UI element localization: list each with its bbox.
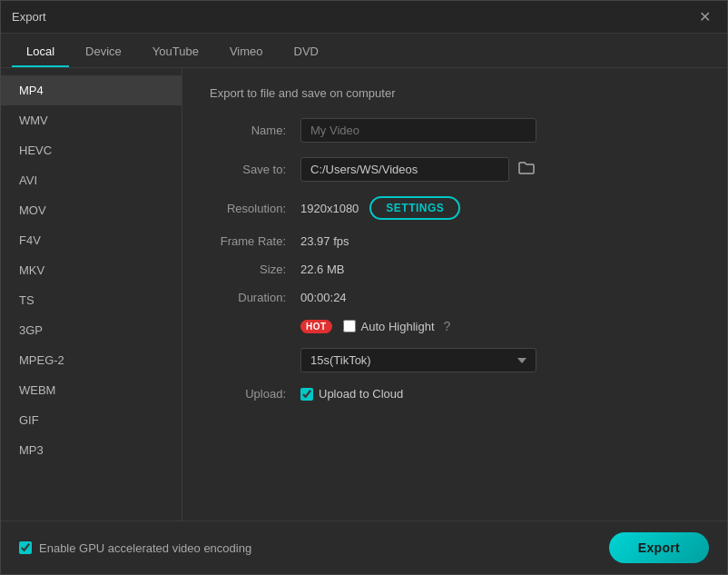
tiktok-dropdown-container: 15s(TikTok) 30s 60s Custom	[300, 348, 700, 372]
sidebar-item-3gp[interactable]: 3GP	[1, 315, 182, 345]
tiktok-dropdown[interactable]: 15s(TikTok) 30s 60s Custom	[300, 348, 536, 372]
export-dialog: Export ✕ Local Device YouTube Vimeo DVD …	[0, 0, 728, 575]
resolution-value: 1920x1080	[300, 202, 359, 215]
auto-highlight-label: Auto Highlight	[361, 320, 435, 333]
sidebar-item-gif[interactable]: GIF	[1, 405, 182, 435]
resolution-container: 1920x1080 SETTINGS	[300, 196, 460, 220]
sidebar-item-hevc[interactable]: HEVC	[1, 135, 182, 165]
sidebar-item-mkv[interactable]: MKV	[1, 255, 182, 285]
footer: Enable GPU accelerated video encoding Ex…	[1, 520, 727, 574]
gpu-checkbox-label[interactable]: Enable GPU accelerated video encoding	[19, 541, 251, 555]
sidebar-item-mov[interactable]: MOV	[1, 195, 182, 225]
name-input[interactable]	[300, 118, 536, 143]
name-row: Name:	[210, 118, 700, 143]
duration-label: Duration:	[210, 291, 300, 304]
title-bar: Export ✕	[1, 1, 727, 34]
help-icon[interactable]: ?	[444, 319, 451, 333]
upload-row: Upload: Upload to Cloud	[210, 387, 700, 401]
size-row: Size: 22.6 MB	[210, 263, 700, 276]
size-value: 22.6 MB	[300, 263, 344, 276]
main-form: Export to file and save on computer Name…	[182, 68, 727, 520]
content-area: MP4 WMV HEVC AVI MOV F4V MKV TS 3GP MPEG…	[1, 68, 727, 520]
export-button[interactable]: Export	[609, 532, 709, 563]
upload-to-cloud-text: Upload to Cloud	[319, 387, 403, 401]
size-label: Size:	[210, 263, 300, 276]
auto-highlight-container: HOT Auto Highlight ?	[300, 319, 450, 333]
save-to-container	[300, 157, 538, 182]
auto-highlight-row: HOT Auto Highlight ?	[210, 319, 700, 333]
sidebar-item-mpeg2[interactable]: MPEG-2	[1, 345, 182, 375]
sidebar-item-mp3[interactable]: MP3	[1, 435, 182, 465]
sidebar-item-webm[interactable]: WEBM	[1, 375, 182, 405]
sidebar-item-ts[interactable]: TS	[1, 285, 182, 315]
sidebar-item-mp4[interactable]: MP4	[1, 75, 182, 105]
duration-value: 00:00:24	[300, 291, 347, 304]
duration-row: Duration: 00:00:24	[210, 291, 700, 304]
tab-device[interactable]: Device	[71, 37, 136, 67]
sidebar-item-wmv[interactable]: WMV	[1, 105, 182, 135]
auto-highlight-checkbox-label[interactable]: Auto Highlight	[343, 320, 435, 333]
settings-button[interactable]: SETTINGS	[369, 196, 460, 220]
tab-vimeo[interactable]: Vimeo	[215, 37, 278, 67]
name-label: Name:	[210, 124, 300, 137]
upload-to-cloud-checkbox[interactable]	[300, 388, 313, 401]
sidebar-item-f4v[interactable]: F4V	[1, 225, 182, 255]
hot-badge: HOT	[300, 320, 332, 333]
folder-browse-button[interactable]	[515, 159, 538, 181]
resolution-row: Resolution: 1920x1080 SETTINGS	[210, 196, 700, 220]
frame-rate-row: Frame Rate: 23.97 fps	[210, 234, 700, 248]
tab-dvd[interactable]: DVD	[280, 37, 333, 67]
frame-rate-label: Frame Rate:	[210, 234, 300, 248]
gpu-checkbox[interactable]	[19, 541, 32, 554]
auto-highlight-checkbox[interactable]	[343, 320, 356, 332]
frame-rate-value: 23.97 fps	[300, 234, 349, 248]
save-to-row: Save to:	[210, 157, 700, 182]
gpu-label-text: Enable GPU accelerated video encoding	[39, 541, 251, 555]
tab-youtube[interactable]: YouTube	[138, 37, 213, 67]
tab-bar: Local Device YouTube Vimeo DVD	[1, 34, 727, 68]
dialog-title: Export	[12, 10, 46, 24]
save-path-input[interactable]	[300, 157, 509, 182]
save-to-label: Save to:	[210, 163, 300, 176]
resolution-label: Resolution:	[210, 202, 300, 215]
tab-local[interactable]: Local	[12, 37, 69, 67]
export-subtitle: Export to file and save on computer	[210, 86, 700, 100]
upload-label: Upload:	[210, 387, 300, 401]
close-button[interactable]: ✕	[694, 8, 716, 26]
upload-to-cloud-label[interactable]: Upload to Cloud	[300, 387, 403, 401]
sidebar-item-avi[interactable]: AVI	[1, 165, 182, 195]
format-sidebar: MP4 WMV HEVC AVI MOV F4V MKV TS 3GP MPEG…	[1, 68, 182, 520]
